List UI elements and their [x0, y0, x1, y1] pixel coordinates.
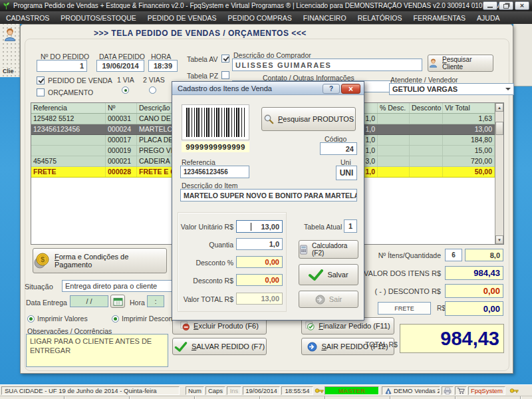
tabela-pz-checkbox[interactable]	[221, 71, 229, 79]
scrollbar-thumb[interactable]	[495, 122, 503, 135]
menu-item[interactable]: CADASTROS	[6, 14, 49, 22]
descricao-item-field[interactable]: MARTELO SUPER NOVO E BONITO PARA MARTELA…	[180, 189, 357, 201]
status-time: 18:55:54	[281, 386, 313, 395]
coin-icon: $	[33, 252, 51, 269]
table-column-header: Desconto	[410, 103, 443, 113]
check-circle-icon	[305, 321, 315, 331]
frete-field[interactable]: 0,00	[445, 301, 503, 316]
numero-pedido-field[interactable]: 1	[37, 60, 87, 72]
menu-item[interactable]: PEDIDO COMPRAS	[228, 14, 292, 22]
table-scrollbar[interactable]	[495, 103, 503, 244]
valor-unitario-label: Valor Unitário R$	[179, 223, 233, 231]
itens-count-field: 6	[445, 249, 462, 261]
status-print-cell[interactable]	[442, 386, 454, 395]
minimize-button[interactable]	[483, 1, 497, 10]
pesquisar-cliente-button[interactable]: Pesquisar Cliente	[428, 55, 493, 72]
tabela-av-checkbox[interactable]	[221, 55, 229, 63]
valor-total-label: Valor TOTAL R$	[175, 295, 233, 303]
status-master-badge: MASTER	[325, 386, 379, 395]
situacao-dropdown[interactable]: Entrega direto para o cliente	[62, 280, 184, 292]
via1-radio[interactable]	[122, 86, 129, 94]
table-cell-disc	[410, 114, 443, 124]
close-button[interactable]	[515, 1, 529, 10]
table-cell-total: 15,00	[443, 146, 495, 156]
table-column-header: Vlr Total	[443, 103, 495, 113]
via2-radio[interactable]	[149, 86, 156, 94]
scrollbar-up-icon[interactable]	[495, 103, 503, 112]
blue-arrow-icon	[307, 342, 317, 352]
data-pedido-field[interactable]: 19/06/2014	[96, 60, 144, 72]
table-cell-ref	[31, 146, 106, 156]
via1-label: 1 VIA	[117, 76, 134, 84]
green-check-icon	[174, 342, 188, 352]
restore-button[interactable]	[499, 1, 513, 10]
menu-item[interactable]: FERRAMENTAS	[414, 14, 466, 22]
forma-pagamento-label: Forma e Condições de Pagamento	[55, 253, 166, 269]
data-entrega-label: Data Entrega	[26, 299, 67, 307]
table-cell-disc	[410, 156, 443, 166]
desconto-pct-field[interactable]: 0,00	[236, 256, 283, 268]
salvar-pedido-button[interactable]: SALVAR PEDIDO (F7)	[172, 338, 267, 355]
calendar-icon	[113, 297, 123, 306]
hora-pedido-field[interactable]: 18:39	[148, 60, 178, 72]
sair-item-button[interactable]: Sair	[299, 291, 358, 308]
forma-pagamento-button[interactable]: $ Forma e Condições de Pagamento	[33, 248, 167, 273]
gray-arrow-icon	[315, 295, 325, 305]
menu-item[interactable]: RELATÓRIOS	[358, 14, 402, 22]
table-cell-ref: 454575	[31, 156, 106, 166]
status-date: 19/06/2014	[243, 386, 280, 395]
desconto-pct-label: Desconto %	[179, 259, 233, 267]
table-cell-total: 184,80	[443, 135, 495, 145]
status-num: Num	[186, 386, 204, 395]
valor-unitario-field[interactable]: 13,00	[236, 220, 283, 233]
table-cell-total: 13,00	[443, 124, 495, 134]
text-cursor	[251, 223, 251, 231]
pedido-venda-label: PEDIDO DE VENDA	[48, 76, 112, 84]
hora-entrega-field[interactable]: :	[147, 295, 164, 307]
status-cart-cell[interactable]	[455, 386, 467, 395]
title-bar[interactable]: Programa Pedido de Vendas + Estoque & Fi…	[0, 0, 532, 11]
uni-field[interactable]: UNI	[336, 166, 357, 180]
desconto-rs-field[interactable]: 0,00	[236, 274, 283, 286]
table-cell-total: 720,00	[443, 156, 495, 166]
observacoes-textarea[interactable]: LIGAR PARA O CLIENTE ANTES DE ENTREGAR	[26, 334, 168, 367]
frete-button[interactable]: FRETE	[378, 302, 431, 315]
data-entrega-field[interactable]: / /	[70, 295, 108, 307]
menu-bar: CADASTROSPRODUTOS/ESTOQUEPEDIDO DE VENDA…	[0, 11, 532, 24]
dialog-help-button[interactable]: ?	[323, 84, 340, 94]
table-column-header: % Desc.	[378, 103, 410, 113]
imprimir-valores-radio[interactable]	[27, 315, 35, 323]
calculadora-button[interactable]: Calculadora (F2)	[299, 240, 358, 259]
codigo-field[interactable]: 24	[320, 142, 357, 155]
scrollbar-down-icon[interactable]	[495, 235, 503, 244]
dialog-close-button[interactable]	[341, 84, 360, 94]
referencia-field[interactable]: 123456123456	[180, 166, 249, 178]
atendente-dropdown[interactable]: GETULIO VARGAS	[389, 83, 514, 95]
orcamento-checkbox[interactable]	[37, 88, 45, 96]
quantia-field[interactable]: 1,0	[236, 238, 283, 250]
pedido-venda-checkbox[interactable]	[37, 76, 45, 84]
menu-item[interactable]: FINANCEIRO	[303, 14, 346, 22]
via2-label: 2 VIAS	[143, 76, 165, 84]
cliente-shortcut-icon[interactable]	[3, 28, 17, 43]
status-location: SUA CIDADE - UF 19 de Junho de 2014 - Qu…	[1, 386, 180, 395]
comprador-field[interactable]: ULISSES GUIMARAES	[232, 59, 422, 71]
table-cell-num: 000017	[106, 135, 137, 145]
menu-item[interactable]: AJUDA	[477, 14, 499, 22]
calendar-button[interactable]	[110, 295, 125, 308]
imprimir-descontos-radio[interactable]	[112, 315, 119, 323]
calculadora-label: Calculadora (F2)	[312, 242, 358, 257]
table-cell-disc	[410, 124, 443, 134]
menu-item[interactable]: PEDIDO DE VENDAS	[148, 14, 217, 22]
table-cell-total: 50,00	[443, 167, 495, 177]
table-cell-ref: 125482 5512	[31, 114, 106, 124]
status-brand: FpqSystem	[468, 386, 505, 395]
table-cell-ref: FRETE	[31, 167, 106, 177]
application-window: Programa Pedido de Vendas + Estoque & Fi…	[0, 0, 532, 399]
calculator-icon	[299, 245, 308, 255]
salvar-item-button[interactable]: Salvar	[299, 264, 358, 285]
valor-total-field: 13,00	[236, 293, 283, 305]
menu-item[interactable]: PRODUTOS/ESTOQUE	[61, 14, 136, 22]
total-label: TOTAL R$	[365, 340, 398, 348]
pesquisar-produtos-button[interactable]: Pesquisar PRODUTOS	[261, 107, 356, 131]
